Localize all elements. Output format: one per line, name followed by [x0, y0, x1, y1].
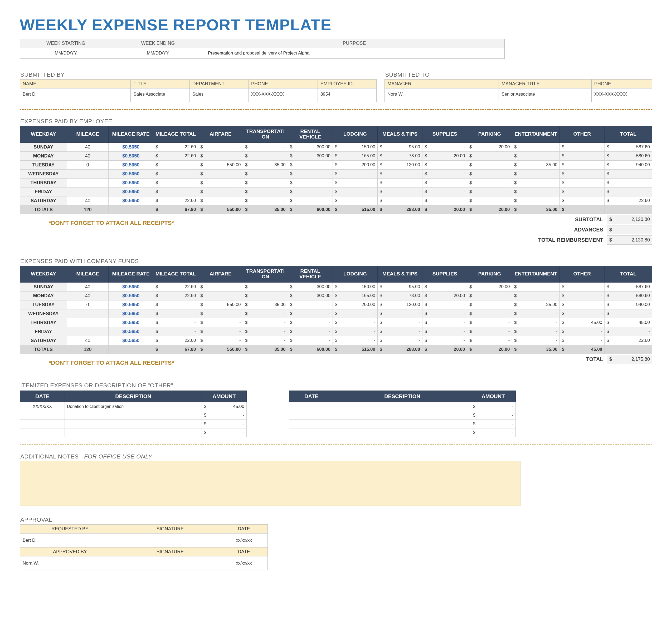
appr-date[interactable]: xx/xx/xx: [220, 533, 268, 547]
exp-cell[interactable]: $-: [378, 169, 423, 178]
exp-cell[interactable]: $-: [467, 160, 512, 169]
exp-cell[interactable]: $587.60: [604, 143, 652, 151]
exp-cell[interactable]: $300.00: [288, 282, 333, 291]
exp-cell[interactable]: $35.00: [512, 160, 560, 169]
exp-cell[interactable]: 40: [67, 282, 109, 291]
header-col-value[interactable]: Presentation and proposal delivery of Pr…: [204, 48, 505, 59]
exp-cell[interactable]: $300.00: [288, 143, 333, 151]
appr-name[interactable]: Bert D.: [20, 533, 120, 547]
exp-cell[interactable]: $-: [288, 336, 333, 345]
exp-cell[interactable]: $-: [423, 282, 467, 291]
exp-cell[interactable]: $-: [378, 309, 423, 318]
exp-cell[interactable]: $95.00: [378, 143, 423, 151]
exp-cell[interactable]: $-: [243, 309, 288, 318]
exp-cell[interactable]: $940.00: [604, 160, 652, 169]
exp-cell[interactable]: $-: [604, 309, 652, 318]
exp-cell[interactable]: $-: [423, 169, 467, 178]
exp-cell[interactable]: $120.00: [378, 300, 423, 309]
item-date[interactable]: [289, 420, 334, 428]
exp-cell[interactable]: $-: [288, 318, 333, 327]
exp-cell[interactable]: $580.60: [604, 291, 652, 300]
subm-value[interactable]: Sales: [190, 89, 248, 102]
exp-cell[interactable]: $-: [243, 196, 288, 205]
exp-cell[interactable]: $-: [333, 336, 377, 345]
exp-cell[interactable]: $587.60: [604, 282, 652, 291]
exp-cell[interactable]: $-: [153, 318, 198, 327]
exp-cell[interactable]: $-: [288, 196, 333, 205]
subm-value[interactable]: Senior Associate: [499, 89, 592, 102]
exp-cell[interactable]: $-: [198, 327, 243, 336]
exp-cell[interactable]: $-: [423, 336, 467, 345]
exp-cell[interactable]: $-: [243, 178, 288, 187]
exp-cell[interactable]: $20.00: [467, 143, 512, 151]
appr-sig[interactable]: [120, 533, 220, 547]
notes-textarea[interactable]: [20, 461, 521, 506]
exp-cell[interactable]: $22.60: [153, 336, 198, 345]
exp-cell[interactable]: $-: [243, 169, 288, 178]
exp-cell[interactable]: $45.00: [604, 318, 652, 327]
header-col-value[interactable]: MM/DD/YY: [20, 48, 112, 59]
exp-cell[interactable]: $-: [512, 196, 560, 205]
subm-value[interactable]: Nora W.: [385, 89, 499, 102]
exp-cell[interactable]: $-: [512, 336, 560, 345]
exp-cell[interactable]: $22.60: [153, 196, 198, 205]
item-date[interactable]: [289, 428, 334, 437]
exp-cell[interactable]: $-: [243, 143, 288, 151]
exp-cell[interactable]: $-: [288, 327, 333, 336]
exp-cell[interactable]: $-: [333, 327, 377, 336]
exp-cell[interactable]: $-: [467, 178, 512, 187]
exp-cell[interactable]: $-: [604, 178, 652, 187]
exp-cell[interactable]: $-: [198, 309, 243, 318]
item-date[interactable]: [289, 402, 334, 411]
exp-cell[interactable]: $-: [467, 291, 512, 300]
exp-cell[interactable]: 0: [67, 300, 109, 309]
item-desc[interactable]: [65, 428, 202, 437]
item-amount[interactable]: $-: [471, 420, 516, 428]
exp-cell[interactable]: 0: [67, 160, 109, 169]
exp-cell[interactable]: $-: [423, 187, 467, 196]
exp-cell[interactable]: $-: [423, 327, 467, 336]
exp-cell[interactable]: $-: [423, 300, 467, 309]
exp-cell[interactable]: $35.00: [243, 160, 288, 169]
exp-cell[interactable]: $-: [560, 196, 604, 205]
item-amount[interactable]: $-: [471, 411, 516, 420]
exp-cell[interactable]: $22.60: [153, 143, 198, 151]
exp-cell[interactable]: $-: [198, 291, 243, 300]
item-amount[interactable]: $-: [471, 428, 516, 437]
exp-cell[interactable]: $-: [288, 160, 333, 169]
exp-cell[interactable]: $-: [604, 187, 652, 196]
exp-cell[interactable]: $22.60: [604, 196, 652, 205]
exp-cell[interactable]: $22.60: [153, 291, 198, 300]
exp-cell[interactable]: $-: [198, 178, 243, 187]
item-date[interactable]: [289, 411, 334, 420]
exp-cell[interactable]: $-: [198, 143, 243, 151]
exp-cell[interactable]: 40: [67, 143, 109, 151]
exp-cell[interactable]: $35.00: [243, 300, 288, 309]
exp-cell[interactable]: $-: [243, 336, 288, 345]
subm-value[interactable]: XXX-XXX-XXXX: [591, 89, 652, 102]
exp-cell[interactable]: $-: [378, 336, 423, 345]
exp-cell[interactable]: [67, 327, 109, 336]
exp-cell[interactable]: [67, 309, 109, 318]
exp-cell[interactable]: $-: [378, 327, 423, 336]
exp-cell[interactable]: $-: [467, 318, 512, 327]
exp-cell[interactable]: $20.00: [423, 291, 467, 300]
exp-cell[interactable]: $-: [153, 178, 198, 187]
subm-value[interactable]: XXX-XXX-XXXX: [248, 89, 318, 102]
exp-cell[interactable]: $-: [198, 169, 243, 178]
exp-cell[interactable]: $-: [288, 178, 333, 187]
exp-cell[interactable]: $-: [467, 336, 512, 345]
exp-cell[interactable]: $-: [378, 318, 423, 327]
exp-cell[interactable]: $165.00: [333, 151, 377, 160]
exp-cell[interactable]: $-: [288, 309, 333, 318]
exp-cell[interactable]: $-: [560, 160, 604, 169]
exp-cell[interactable]: $940.00: [604, 300, 652, 309]
item-desc[interactable]: Donation to client organization: [65, 402, 202, 411]
exp-cell[interactable]: $73.00: [378, 291, 423, 300]
exp-cell[interactable]: $-: [512, 282, 560, 291]
exp-cell[interactable]: $-: [604, 169, 652, 178]
exp-cell[interactable]: $-: [198, 318, 243, 327]
item-desc[interactable]: [334, 420, 471, 428]
exp-cell[interactable]: $-: [288, 187, 333, 196]
exp-cell[interactable]: $45.00: [560, 318, 604, 327]
